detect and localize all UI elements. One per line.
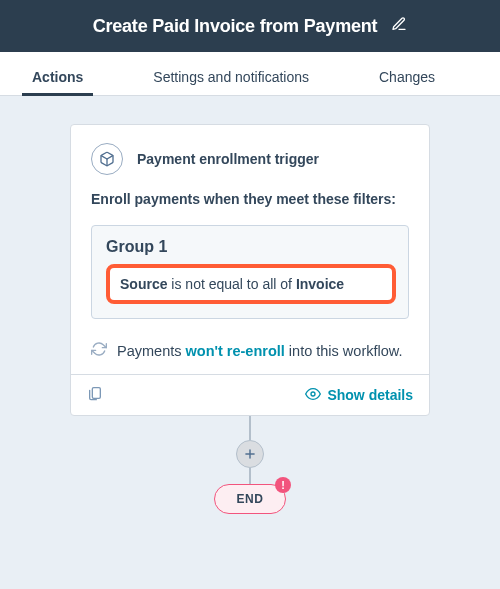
tab-settings[interactable]: Settings and notifications [143, 57, 319, 95]
reenroll-link[interactable]: won't re-enroll [186, 343, 285, 359]
eye-icon [305, 386, 321, 405]
rule-operator: is not equal to all of [171, 276, 292, 292]
reenroll-prefix: Payments [117, 343, 181, 359]
trigger-card[interactable]: Payment enrollment trigger Enroll paymen… [70, 124, 430, 416]
filter-rule[interactable]: Source is not equal to all of Invoice [106, 264, 396, 304]
reenroll-suffix: into this workflow. [289, 343, 403, 359]
end-node[interactable]: END ! [214, 484, 287, 514]
connector-line [249, 468, 251, 484]
tab-changes[interactable]: Changes [369, 57, 445, 95]
edit-icon[interactable] [391, 16, 407, 36]
rule-value: Invoice [296, 276, 344, 292]
trigger-description: Enroll payments when they meet these fil… [91, 189, 409, 209]
tabs: Actions Settings and notifications Chang… [0, 52, 500, 96]
add-step-button[interactable] [236, 440, 264, 468]
svg-rect-0 [92, 388, 100, 399]
end-node-label: END [237, 492, 264, 506]
alert-badge-icon: ! [275, 477, 291, 493]
payment-trigger-icon [91, 143, 123, 175]
copy-icon[interactable] [87, 385, 103, 405]
rule-field: Source [120, 276, 167, 292]
filter-group-title: Group 1 [106, 238, 396, 256]
workflow-canvas: Payment enrollment trigger Enroll paymen… [0, 96, 500, 514]
card-footer: Show details [71, 374, 429, 415]
page-title: Create Paid Invoice from Payment [93, 16, 378, 37]
reenroll-info: Payments won't re-enroll into this workf… [91, 341, 409, 360]
filter-group[interactable]: Group 1 Source is not equal to all of In… [91, 225, 409, 319]
show-details-label: Show details [327, 387, 413, 403]
trigger-title: Payment enrollment trigger [137, 151, 319, 167]
header: Create Paid Invoice from Payment [0, 0, 500, 52]
show-details-button[interactable]: Show details [305, 386, 413, 405]
refresh-icon [91, 341, 107, 360]
svg-point-1 [311, 392, 315, 396]
connector-line [249, 416, 251, 440]
tab-actions[interactable]: Actions [22, 57, 93, 95]
